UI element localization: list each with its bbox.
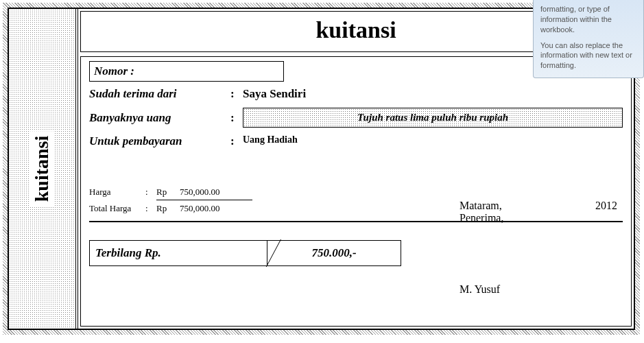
signer-name: M. Yusuf <box>460 283 617 296</box>
terbilang-amount-box: 750.000,- <box>267 240 401 266</box>
received-from-value: Saya Sendiri <box>243 87 623 101</box>
received-from-label: Sudah terima dari <box>89 87 230 101</box>
harga-row: Harga : Rp 750,000.00 <box>89 187 623 198</box>
amount-words-row: Banyaknya uang : Tujuh ratus lima puluh … <box>89 108 623 128</box>
received-from-row: Sudah terima dari : Saya Sendiri <box>89 87 623 101</box>
colon: : <box>145 187 156 198</box>
amount-words-label: Banyaknya uang <box>89 111 230 125</box>
year: 2012 <box>595 200 617 212</box>
stub-title: kuitansi <box>30 132 55 206</box>
receipt-stub: kuitansi <box>9 9 76 329</box>
place: Mataram, <box>460 200 502 212</box>
colon: : <box>145 203 156 214</box>
payment-for-value: Uang Hadiah <box>243 134 623 145</box>
harga-value: 750,000.00 <box>180 187 220 198</box>
payment-for-row: Untuk pembayaran : Uang Hadiah <box>89 134 623 148</box>
place-year: Mataram, 2012 <box>460 200 617 212</box>
nomor-label: Nomor : <box>94 64 134 78</box>
colon: : <box>230 111 243 125</box>
currency: Rp <box>156 203 180 214</box>
amount-words-value: Tujuh ratus lima puluh ribu rupiah <box>243 108 623 128</box>
receipt-body: Nomor : Sudah terima dari : Saya Sendiri… <box>80 56 632 327</box>
harga-label: Harga <box>89 187 145 198</box>
colon: : <box>230 134 243 148</box>
payment-for-label: Untuk pembayaran <box>89 134 230 148</box>
tooltip-line2: You can also replace the information wit… <box>540 40 636 71</box>
signature-block: Mataram, 2012 Penerima, M. Yusuf <box>460 200 617 296</box>
total-value: 750,000.00 <box>180 203 220 214</box>
signer-role: Penerima, <box>460 212 617 224</box>
currency: Rp <box>156 187 180 198</box>
nomor-field: Nomor : <box>89 61 284 82</box>
help-tooltip: formatting, or type of information withi… <box>533 0 644 78</box>
colon: : <box>230 87 243 101</box>
total-label: Total Harga <box>89 203 145 214</box>
price-divider <box>156 200 252 200</box>
terbilang-amount: 750.000,- <box>311 246 356 260</box>
tooltip-line1: formatting, or type of information withi… <box>540 4 636 35</box>
